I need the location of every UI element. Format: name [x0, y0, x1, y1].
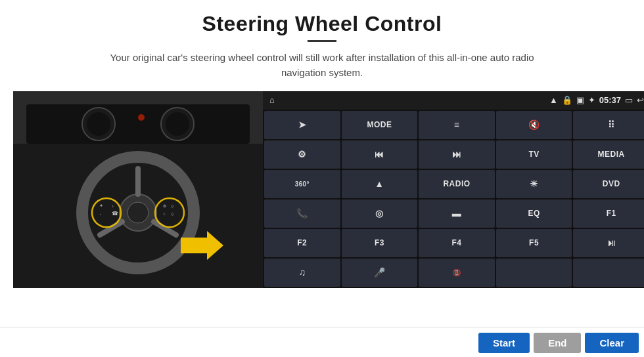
eq-label: EQ — [528, 209, 540, 218]
page-title: Steering Wheel Control — [202, 12, 442, 36]
apps-button[interactable]: ⠿ — [573, 111, 644, 139]
camera360-icon: 360° — [295, 180, 310, 188]
mute-button[interactable]: 🔇 — [496, 111, 572, 139]
settings-button[interactable]: ⚙ — [264, 140, 340, 169]
status-bar: ⌂ ▲ 🔒 ▣ ✦ 05:37 ▭ ↩ — [263, 91, 644, 110]
head-unit: ⌂ ▲ 🔒 ▣ ✦ 05:37 ▭ ↩ ➤ MODE ≡ 🔇 — [263, 91, 644, 288]
f1-button[interactable]: F1 — [573, 200, 644, 228]
empty-btn-1 — [496, 259, 572, 287]
next-icon: ⏭ — [452, 149, 461, 159]
svg-text:+: + — [100, 203, 103, 208]
svg-rect-2 — [26, 104, 250, 144]
phone-button[interactable]: 📞 — [264, 200, 340, 228]
button-grid: ➤ MODE ≡ 🔇 ⠿ ⚙ ⏮ ⏭ TV MEDIA 360° ▲ RADIO… — [263, 110, 644, 288]
title-divider — [308, 40, 336, 42]
clear-button[interactable]: Clear — [585, 333, 639, 353]
nav-button[interactable]: ➤ — [264, 111, 340, 139]
mute-icon: 🔇 — [528, 119, 540, 130]
tv-label: TV — [528, 150, 539, 159]
f2-label: F2 — [297, 238, 307, 247]
bar-button[interactable]: ▬ — [419, 200, 495, 228]
prev-button[interactable]: ⏮ — [342, 140, 418, 169]
svg-point-4 — [87, 112, 110, 136]
prev-icon: ⏮ — [375, 149, 384, 159]
time-display: 05:37 — [599, 95, 621, 105]
list-icon: ≡ — [454, 119, 459, 130]
status-left: ⌂ — [269, 95, 275, 105]
f5-label: F5 — [529, 238, 539, 247]
music-icon: ♫ — [298, 267, 306, 278]
settings-icon: ⚙ — [298, 149, 306, 159]
brightness-icon: ☀ — [530, 178, 538, 189]
circle-button[interactable]: ◎ — [342, 200, 418, 228]
f2-button[interactable]: F2 — [264, 229, 340, 257]
media-label: MEDIA — [598, 150, 625, 159]
svg-text:♪: ♪ — [112, 204, 114, 208]
end-button[interactable]: End — [534, 333, 581, 353]
f5-button[interactable]: F5 — [496, 229, 572, 257]
tv-button[interactable]: TV — [496, 140, 572, 169]
playpause-button[interactable]: ⏯ — [573, 229, 644, 257]
f1-label: F1 — [607, 209, 616, 218]
brightness-button[interactable]: ☀ — [496, 170, 572, 198]
dvd-label: DVD — [603, 179, 620, 188]
mic-icon: 🎤 — [374, 267, 385, 278]
eq-button[interactable]: EQ — [496, 200, 572, 228]
camera360-button[interactable]: 360° — [264, 170, 340, 198]
svg-point-13 — [127, 202, 149, 223]
phone-icon: 📞 — [296, 208, 308, 219]
eject-button[interactable]: ▲ — [342, 170, 418, 198]
mode-label: MODE — [367, 120, 392, 129]
svg-text:○: ○ — [163, 212, 166, 216]
wifi-icon: ▲ — [549, 95, 558, 105]
playpause-icon: ⏯ — [607, 238, 616, 248]
f4-label: F4 — [451, 238, 461, 247]
svg-text:◇: ◇ — [171, 204, 174, 208]
mic-button[interactable]: 🎤 — [342, 259, 418, 287]
svg-point-7 — [138, 114, 145, 121]
list-button[interactable]: ≡ — [419, 111, 495, 139]
bar-icon: ▬ — [452, 208, 461, 219]
subtitle: Your original car's steering wheel contr… — [92, 50, 552, 81]
f4-button[interactable]: F4 — [419, 229, 495, 257]
circle-icon: ◎ — [375, 208, 383, 219]
home-icon[interactable]: ⌂ — [269, 95, 275, 105]
svg-text:◇: ◇ — [171, 212, 174, 216]
bottom-bar: Start End Clear — [0, 327, 644, 357]
steering-wheel-image: + ♪ - ☎ ⚙ ◇ ○ ◇ — [13, 91, 263, 288]
svg-text:☎: ☎ — [112, 211, 118, 217]
lock-icon: 🔒 — [562, 95, 572, 105]
radio-label: RADIO — [443, 179, 470, 188]
back-icon[interactable]: ↩ — [637, 95, 644, 105]
sd-icon: ▣ — [576, 95, 584, 105]
start-button[interactable]: Start — [478, 333, 530, 353]
status-right: ▲ 🔒 ▣ ✦ 05:37 ▭ ↩ — [549, 95, 644, 105]
mode-button[interactable]: MODE — [342, 111, 418, 139]
f3-button[interactable]: F3 — [342, 229, 418, 257]
media-button[interactable]: MEDIA — [573, 140, 644, 169]
dvd-button[interactable]: DVD — [573, 170, 644, 198]
svg-point-6 — [166, 112, 189, 136]
empty-btn-2 — [573, 259, 644, 287]
eject-icon: ▲ — [375, 178, 384, 189]
call-end-icon: 📵 — [453, 269, 461, 276]
next-button[interactable]: ⏭ — [419, 140, 495, 169]
screenshot-icon: ▭ — [625, 95, 633, 105]
bluetooth-icon: ✦ — [588, 95, 595, 105]
call-end-button[interactable]: 📵 — [419, 259, 495, 287]
music-button[interactable]: ♫ — [264, 259, 340, 287]
apps-icon: ⠿ — [608, 119, 614, 130]
page-wrapper: Steering Wheel Control Your original car… — [0, 0, 644, 357]
svg-text:⚙: ⚙ — [163, 204, 166, 208]
f3-label: F3 — [375, 238, 384, 247]
nav-icon: ➤ — [298, 119, 306, 130]
content-row: + ♪ - ☎ ⚙ ◇ ○ ◇ — [13, 91, 631, 288]
radio-button[interactable]: RADIO — [419, 170, 495, 198]
